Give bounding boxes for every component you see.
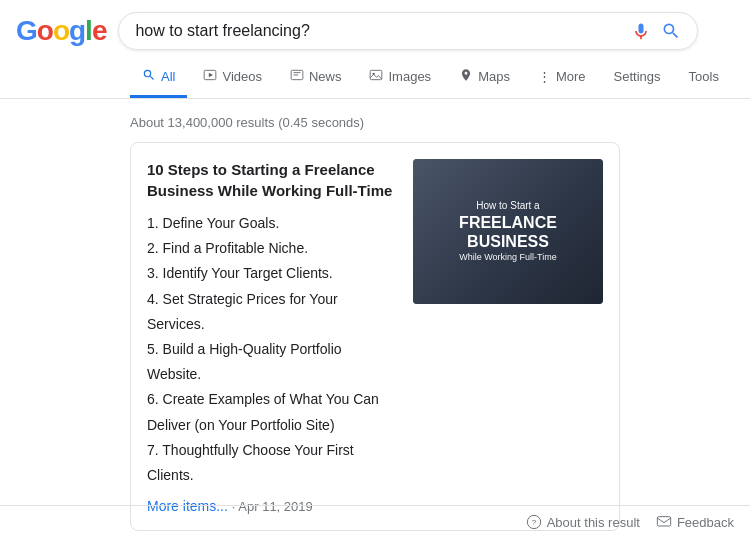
snippet-title: 10 Steps to Starting a Freelance Busines… — [147, 159, 397, 201]
svg-marker-1 — [209, 73, 213, 78]
tab-all-label: All — [161, 69, 175, 84]
tab-all[interactable]: All — [130, 58, 187, 98]
logo-l: l — [85, 15, 92, 46]
search-icons — [631, 21, 681, 41]
news-icon — [290, 68, 304, 85]
search-input[interactable] — [135, 22, 623, 40]
google-logo: Google — [16, 15, 106, 47]
tab-videos[interactable]: Videos — [191, 58, 274, 98]
list-item: 2. Find a Profitable Niche. — [147, 236, 397, 261]
list-item: 7. Thoughtfully Choose Your First Client… — [147, 438, 397, 488]
tab-settings-label: Settings — [614, 69, 661, 84]
list-item: 3. Identify Your Target Clients. — [147, 261, 397, 286]
snippet-image-text: How to Start a FREELANCE BUSINESS While … — [425, 199, 591, 264]
footer: ? About this result Feedback — [0, 505, 750, 538]
results-count: About 13,400,000 results (0.45 seconds) — [130, 107, 620, 138]
tab-settings[interactable]: Settings — [602, 59, 673, 97]
tab-news-label: News — [309, 69, 342, 84]
list-item: 4. Set Strategic Prices for Your Service… — [147, 287, 397, 337]
list-item: 5. Build a High-Quality Portfolio Websit… — [147, 337, 397, 387]
logo-g: G — [16, 15, 37, 46]
nav-right: Settings Tools — [602, 59, 731, 97]
snippet-content: 10 Steps to Starting a Freelance Busines… — [147, 159, 397, 514]
logo-g2: g — [69, 15, 85, 46]
tab-maps[interactable]: Maps — [447, 58, 522, 98]
list-item: 1. Define Your Goals. — [147, 211, 397, 236]
feedback-item[interactable]: Feedback — [656, 514, 734, 530]
about-icon: ? — [526, 514, 542, 530]
image-working: While Working Full-Time — [425, 251, 591, 264]
all-icon — [142, 68, 156, 85]
results-area: About 13,400,000 results (0.45 seconds) … — [0, 99, 750, 538]
logo-o2: o — [53, 15, 69, 46]
image-freelance: FREELANCE BUSINESS — [425, 213, 591, 251]
tab-news[interactable]: News — [278, 58, 354, 98]
snippet-list: 1. Define Your Goals. 2. Find a Profitab… — [147, 211, 397, 488]
svg-rect-10 — [657, 517, 670, 526]
tab-images-label: Images — [388, 69, 431, 84]
svg-rect-5 — [371, 70, 383, 79]
tab-tools[interactable]: Tools — [677, 59, 731, 97]
logo-o1: o — [37, 15, 53, 46]
search-submit-icon[interactable] — [661, 21, 681, 41]
featured-snippet: 10 Steps to Starting a Freelance Busines… — [130, 142, 620, 531]
tab-images[interactable]: Images — [357, 58, 443, 98]
nav-tabs: All Videos News Images Maps ⋮ More Setti… — [0, 50, 750, 99]
tab-tools-label: Tools — [689, 69, 719, 84]
svg-text:?: ? — [531, 518, 536, 527]
maps-icon — [459, 68, 473, 85]
videos-icon — [203, 68, 217, 85]
about-result-label: About this result — [547, 515, 640, 530]
tab-more[interactable]: ⋮ More — [526, 59, 598, 97]
feedback-label: Feedback — [677, 515, 734, 530]
feedback-icon — [656, 514, 672, 530]
logo-e: e — [92, 15, 107, 46]
snippet-image: How to Start a FREELANCE BUSINESS While … — [413, 159, 603, 304]
tab-more-label: More — [556, 69, 586, 84]
list-item: 6. Create Examples of What You Can Deliv… — [147, 387, 397, 437]
tab-maps-label: Maps — [478, 69, 510, 84]
about-result-item[interactable]: ? About this result — [526, 514, 640, 530]
images-icon — [369, 68, 383, 85]
image-how-to: How to Start a — [425, 199, 591, 213]
more-icon: ⋮ — [538, 69, 551, 84]
header: Google — [0, 0, 750, 50]
tab-videos-label: Videos — [222, 69, 262, 84]
search-bar[interactable] — [118, 12, 698, 50]
microphone-icon[interactable] — [631, 21, 651, 41]
